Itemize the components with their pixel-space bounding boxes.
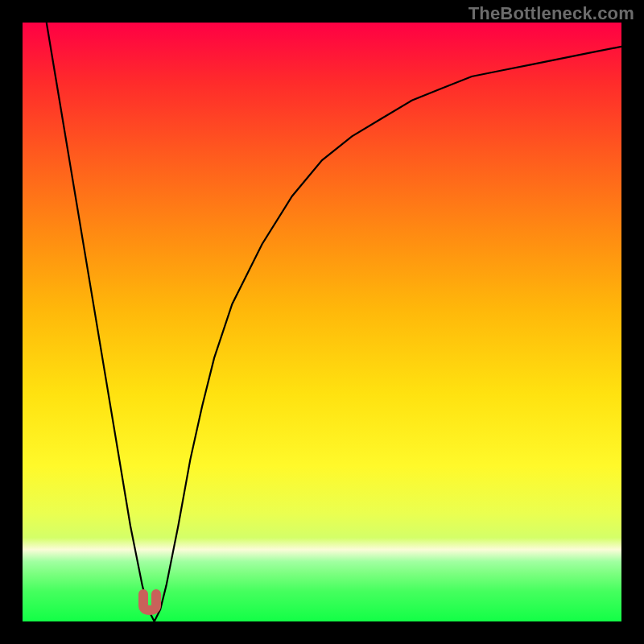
- plot-area: [23, 23, 621, 621]
- chart-canvas: TheBottleneck.com: [0, 0, 644, 644]
- u-marker-icon: [137, 589, 163, 615]
- watermark-text: TheBottleneck.com: [469, 3, 634, 24]
- bottleneck-curve: [23, 23, 621, 621]
- curve-path: [47, 23, 621, 621]
- minimum-marker: [137, 589, 163, 615]
